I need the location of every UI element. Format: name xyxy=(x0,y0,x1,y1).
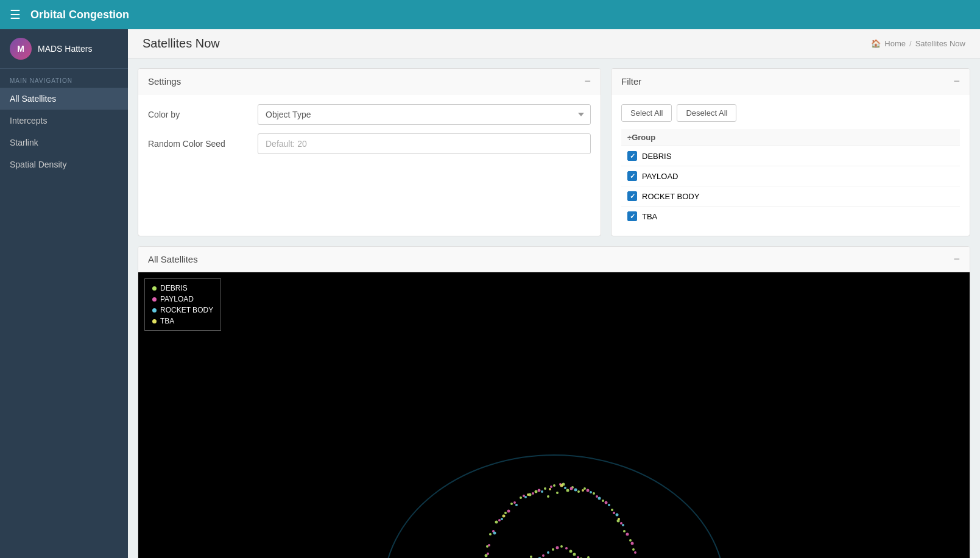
settings-panel: Settings − Color by Object Type Country … xyxy=(138,68,601,236)
filter-item-label: TBA xyxy=(642,212,657,221)
sidebar-item-starlink[interactable]: Starlink xyxy=(0,132,128,154)
svg-point-35 xyxy=(507,510,510,513)
satellites-collapse-button[interactable]: − xyxy=(953,253,960,266)
color-by-select[interactable]: Object Type Country Launch Year Size xyxy=(258,104,591,125)
filter-checkbox[interactable] xyxy=(627,211,637,221)
random-seed-row: Random Color Seed xyxy=(148,133,591,154)
legend-label: TBA xyxy=(160,317,174,325)
filter-collapse-button[interactable]: − xyxy=(953,75,960,88)
svg-point-68 xyxy=(569,550,572,553)
svg-point-78 xyxy=(530,556,532,558)
hamburger-button[interactable]: ☰ xyxy=(10,7,21,22)
legend-item: ROCKET BODY xyxy=(152,306,213,314)
color-by-control-wrap: Object Type Country Launch Year Size xyxy=(258,104,591,125)
avatar: M xyxy=(10,38,32,60)
filter-table-cell: PAYLOAD xyxy=(621,166,960,186)
svg-point-65 xyxy=(555,546,559,549)
svg-point-62 xyxy=(502,515,505,518)
sidebar: M MADS Hatters MAIN NAVIGATION All Satel… xyxy=(0,29,128,558)
filter-actions: Select All Deselect All xyxy=(621,104,960,122)
svg-point-36 xyxy=(498,519,501,521)
svg-point-13 xyxy=(489,533,492,535)
legend-dot xyxy=(152,319,157,323)
filter-table-cell: TBA xyxy=(621,207,960,227)
filter-checkbox[interactable] xyxy=(627,171,637,181)
select-all-button[interactable]: Select All xyxy=(621,104,672,122)
svg-point-26 xyxy=(537,489,540,492)
filter-panel-body: Select All Deselect All ÷Group DEBRISPAY… xyxy=(612,94,970,236)
sidebar-item-all-satellites[interactable]: All Satellites xyxy=(0,88,128,110)
filter-table-row: PAYLOAD xyxy=(621,166,960,186)
breadcrumb: 🏠 Home / Satellites Now xyxy=(871,39,965,48)
svg-point-55 xyxy=(608,504,610,506)
filter-checkbox[interactable] xyxy=(627,151,637,161)
filter-table-row: TBA xyxy=(621,207,960,227)
legend-dot xyxy=(152,308,157,313)
svg-point-20 xyxy=(629,539,632,542)
svg-point-2 xyxy=(544,487,546,490)
legend: DEBRISPAYLOADROCKET BODYTBA xyxy=(144,278,221,331)
svg-point-47 xyxy=(564,487,566,489)
filter-checkbox[interactable] xyxy=(627,191,637,201)
legend-item: PAYLOAD xyxy=(152,295,213,303)
svg-point-33 xyxy=(596,495,598,498)
svg-point-3 xyxy=(553,484,555,487)
breadcrumb-home[interactable]: Home xyxy=(884,39,906,48)
random-seed-input[interactable] xyxy=(258,133,591,154)
filter-item-label: DEBRIS xyxy=(642,152,671,161)
breadcrumb-separator: / xyxy=(909,39,912,48)
svg-point-70 xyxy=(542,554,545,557)
random-seed-label: Random Color Seed xyxy=(148,139,258,149)
svg-point-9 xyxy=(593,492,595,495)
random-seed-control-wrap xyxy=(258,133,591,154)
svg-point-23 xyxy=(556,492,559,494)
svg-point-44 xyxy=(630,542,633,545)
svg-point-12 xyxy=(495,521,498,524)
legend-label: PAYLOAD xyxy=(160,295,194,303)
svg-point-67 xyxy=(565,547,568,549)
svg-point-10 xyxy=(510,503,513,505)
filter-panel-header: Filter − xyxy=(612,69,970,94)
settings-collapse-button[interactable]: − xyxy=(584,75,591,88)
svg-point-52 xyxy=(515,504,518,506)
svg-point-21 xyxy=(632,548,635,551)
main-layout: M MADS Hatters MAIN NAVIGATION All Satel… xyxy=(0,29,980,558)
svg-point-1 xyxy=(534,490,537,493)
legend-label: ROCKET BODY xyxy=(160,306,213,314)
svg-point-6 xyxy=(520,496,522,499)
svg-point-15 xyxy=(611,509,613,511)
legend-dot xyxy=(152,286,157,291)
app-title: Orbital Congestion xyxy=(30,9,129,21)
svg-point-64 xyxy=(552,548,554,551)
svg-point-56 xyxy=(615,514,618,517)
svg-point-32 xyxy=(586,489,589,492)
svg-point-25 xyxy=(577,490,580,493)
filter-table-cell: ROCKET BODY xyxy=(621,186,960,207)
sidebar-user: M MADS Hatters xyxy=(0,29,128,69)
top-navbar: ☰ Orbital Congestion xyxy=(0,0,980,29)
svg-point-57 xyxy=(622,524,624,526)
panels-row: Settings − Color by Object Type Country … xyxy=(128,58,980,246)
svg-point-34 xyxy=(513,501,516,504)
filter-table: ÷Group DEBRISPAYLOADROCKET BODYTBA xyxy=(621,129,960,226)
filter-table-cell: DEBRIS xyxy=(621,146,960,166)
page-title: Satellites Now xyxy=(143,37,220,51)
svg-point-45 xyxy=(634,551,636,554)
svg-point-53 xyxy=(501,518,503,520)
svg-point-49 xyxy=(524,496,527,498)
sidebar-item-intercepts[interactable]: Intercepts xyxy=(0,110,128,132)
svg-point-42 xyxy=(488,544,490,546)
username: MADS Hatters xyxy=(38,44,92,54)
filter-group-header: ÷Group xyxy=(621,129,960,146)
svg-point-38 xyxy=(604,501,607,504)
sidebar-item-spatial-density[interactable]: Spatial Density xyxy=(0,154,128,175)
page-header: Satellites Now 🏠 Home / Satellites Now xyxy=(128,29,980,58)
svg-point-22 xyxy=(547,495,549,498)
filter-item-label: ROCKET BODY xyxy=(642,192,699,201)
deselect-all-button[interactable]: Deselect All xyxy=(677,104,736,122)
svg-point-54 xyxy=(493,532,496,535)
settings-panel-body: Color by Object Type Country Launch Year… xyxy=(138,94,601,172)
settings-panel-title: Settings xyxy=(148,76,181,87)
legend-label: DEBRIS xyxy=(160,284,188,292)
svg-point-24 xyxy=(566,489,569,492)
